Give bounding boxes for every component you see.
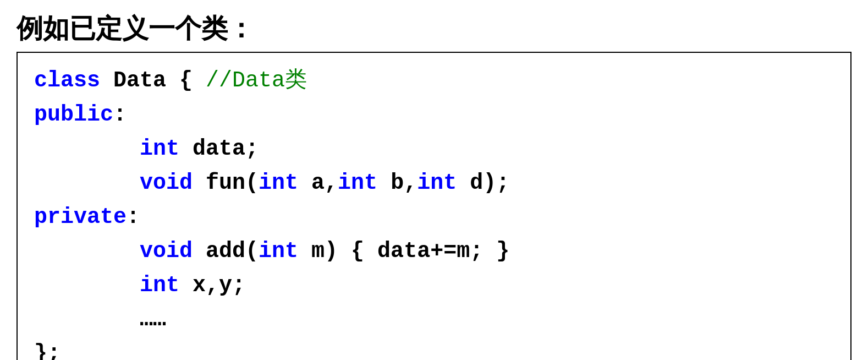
code-line: int x,y; — [34, 269, 834, 303]
code-line: void fun(int a,int b,int d); — [34, 166, 834, 200]
code-part: public — [34, 102, 113, 127]
code-part: : — [127, 205, 140, 230]
code-part: …… — [34, 307, 166, 332]
code-part: class — [34, 68, 100, 93]
code-part: int — [140, 137, 179, 161]
code-box: class Data { //Data类public: int data; vo… — [17, 52, 851, 360]
code-part: fun( — [193, 171, 259, 195]
code-part: int — [417, 171, 457, 195]
page-title: 例如已定义一个类： — [17, 11, 254, 46]
code-part: void — [140, 171, 193, 195]
code-part: : — [113, 102, 127, 127]
code-part: //Data类 — [206, 68, 307, 93]
code-part: int — [259, 171, 298, 195]
code-line: int data; — [34, 132, 834, 166]
code-line: }; — [34, 337, 834, 360]
code-line: public: — [34, 98, 834, 132]
code-part — [34, 239, 140, 264]
code-part: int — [259, 239, 298, 264]
code-part — [34, 273, 140, 298]
code-part: int — [140, 273, 179, 298]
code-part: }; — [34, 341, 61, 360]
code-part: Data { — [100, 68, 206, 93]
code-part — [34, 137, 140, 161]
code-line: private: — [34, 200, 834, 234]
code-part: int — [338, 171, 377, 195]
code-part: b, — [377, 171, 417, 195]
code-part: m) { data+=m; } — [298, 239, 509, 264]
code-line: …… — [34, 303, 834, 337]
code-part — [34, 171, 140, 195]
code-part: add( — [193, 239, 259, 264]
code-part: void — [140, 239, 193, 264]
code-part: a, — [298, 171, 338, 195]
code-part: private — [34, 205, 127, 230]
code-line: class Data { //Data类 — [34, 64, 834, 98]
code-line: void add(int m) { data+=m; } — [34, 234, 834, 269]
code-part: d); — [457, 171, 509, 195]
code-part: x,y; — [179, 273, 245, 298]
code-part: data; — [179, 137, 259, 161]
